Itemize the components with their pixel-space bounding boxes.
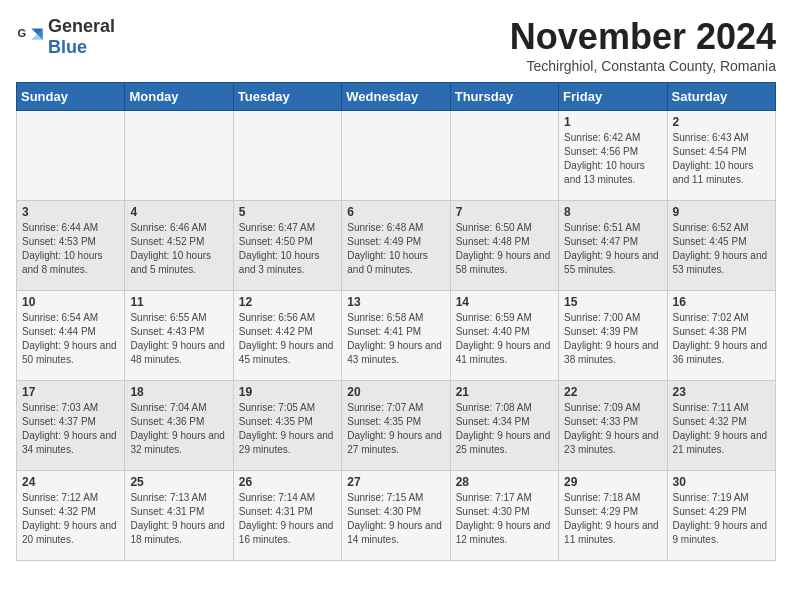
- logo-general: General: [48, 16, 115, 36]
- day-info: Sunrise: 6:42 AM Sunset: 4:56 PM Dayligh…: [564, 131, 661, 187]
- day-info: Sunrise: 7:07 AM Sunset: 4:35 PM Dayligh…: [347, 401, 444, 457]
- day-number: 13: [347, 295, 444, 309]
- day-info: Sunrise: 7:09 AM Sunset: 4:33 PM Dayligh…: [564, 401, 661, 457]
- day-header-tuesday: Tuesday: [233, 83, 341, 111]
- calendar-cell: 11Sunrise: 6:55 AM Sunset: 4:43 PM Dayli…: [125, 291, 233, 381]
- calendar-week-row: 24Sunrise: 7:12 AM Sunset: 4:32 PM Dayli…: [17, 471, 776, 561]
- calendar-cell: 27Sunrise: 7:15 AM Sunset: 4:30 PM Dayli…: [342, 471, 450, 561]
- calendar-cell: 13Sunrise: 6:58 AM Sunset: 4:41 PM Dayli…: [342, 291, 450, 381]
- calendar-cell: 19Sunrise: 7:05 AM Sunset: 4:35 PM Dayli…: [233, 381, 341, 471]
- day-number: 5: [239, 205, 336, 219]
- calendar-cell: 22Sunrise: 7:09 AM Sunset: 4:33 PM Dayli…: [559, 381, 667, 471]
- calendar-cell: 15Sunrise: 7:00 AM Sunset: 4:39 PM Dayli…: [559, 291, 667, 381]
- day-number: 22: [564, 385, 661, 399]
- calendar-cell: 7Sunrise: 6:50 AM Sunset: 4:48 PM Daylig…: [450, 201, 558, 291]
- day-info: Sunrise: 6:58 AM Sunset: 4:41 PM Dayligh…: [347, 311, 444, 367]
- calendar-cell: 6Sunrise: 6:48 AM Sunset: 4:49 PM Daylig…: [342, 201, 450, 291]
- logo-blue: Blue: [48, 37, 87, 57]
- calendar-cell: 10Sunrise: 6:54 AM Sunset: 4:44 PM Dayli…: [17, 291, 125, 381]
- calendar-cell: 29Sunrise: 7:18 AM Sunset: 4:29 PM Dayli…: [559, 471, 667, 561]
- day-number: 19: [239, 385, 336, 399]
- calendar-table: SundayMondayTuesdayWednesdayThursdayFrid…: [16, 82, 776, 561]
- calendar-cell: 8Sunrise: 6:51 AM Sunset: 4:47 PM Daylig…: [559, 201, 667, 291]
- day-header-thursday: Thursday: [450, 83, 558, 111]
- day-number: 12: [239, 295, 336, 309]
- day-info: Sunrise: 7:13 AM Sunset: 4:31 PM Dayligh…: [130, 491, 227, 547]
- logo-icon: G: [16, 23, 44, 51]
- day-info: Sunrise: 6:59 AM Sunset: 4:40 PM Dayligh…: [456, 311, 553, 367]
- calendar-cell: 30Sunrise: 7:19 AM Sunset: 4:29 PM Dayli…: [667, 471, 775, 561]
- day-number: 15: [564, 295, 661, 309]
- day-number: 29: [564, 475, 661, 489]
- day-info: Sunrise: 7:18 AM Sunset: 4:29 PM Dayligh…: [564, 491, 661, 547]
- day-number: 4: [130, 205, 227, 219]
- day-info: Sunrise: 6:54 AM Sunset: 4:44 PM Dayligh…: [22, 311, 119, 367]
- main-title: November 2024: [510, 16, 776, 58]
- calendar-cell: 20Sunrise: 7:07 AM Sunset: 4:35 PM Dayli…: [342, 381, 450, 471]
- day-info: Sunrise: 6:48 AM Sunset: 4:49 PM Dayligh…: [347, 221, 444, 277]
- day-number: 24: [22, 475, 119, 489]
- calendar-cell: 16Sunrise: 7:02 AM Sunset: 4:38 PM Dayli…: [667, 291, 775, 381]
- day-number: 1: [564, 115, 661, 129]
- day-number: 20: [347, 385, 444, 399]
- day-header-monday: Monday: [125, 83, 233, 111]
- calendar-cell: 25Sunrise: 7:13 AM Sunset: 4:31 PM Dayli…: [125, 471, 233, 561]
- day-number: 11: [130, 295, 227, 309]
- title-area: November 2024 Techirghiol, Constanta Cou…: [510, 16, 776, 74]
- day-number: 25: [130, 475, 227, 489]
- calendar-cell: 28Sunrise: 7:17 AM Sunset: 4:30 PM Dayli…: [450, 471, 558, 561]
- calendar-cell: 9Sunrise: 6:52 AM Sunset: 4:45 PM Daylig…: [667, 201, 775, 291]
- day-info: Sunrise: 6:51 AM Sunset: 4:47 PM Dayligh…: [564, 221, 661, 277]
- calendar-cell: 21Sunrise: 7:08 AM Sunset: 4:34 PM Dayli…: [450, 381, 558, 471]
- day-header-wednesday: Wednesday: [342, 83, 450, 111]
- day-number: 16: [673, 295, 770, 309]
- day-number: 7: [456, 205, 553, 219]
- calendar-cell: 12Sunrise: 6:56 AM Sunset: 4:42 PM Dayli…: [233, 291, 341, 381]
- header: G General Blue November 2024 Techirghiol…: [16, 16, 776, 74]
- day-info: Sunrise: 7:11 AM Sunset: 4:32 PM Dayligh…: [673, 401, 770, 457]
- day-info: Sunrise: 7:19 AM Sunset: 4:29 PM Dayligh…: [673, 491, 770, 547]
- day-info: Sunrise: 6:52 AM Sunset: 4:45 PM Dayligh…: [673, 221, 770, 277]
- day-number: 21: [456, 385, 553, 399]
- calendar-week-row: 3Sunrise: 6:44 AM Sunset: 4:53 PM Daylig…: [17, 201, 776, 291]
- calendar-week-row: 1Sunrise: 6:42 AM Sunset: 4:56 PM Daylig…: [17, 111, 776, 201]
- day-number: 23: [673, 385, 770, 399]
- calendar-cell: 4Sunrise: 6:46 AM Sunset: 4:52 PM Daylig…: [125, 201, 233, 291]
- calendar-cell: [233, 111, 341, 201]
- day-number: 17: [22, 385, 119, 399]
- day-header-saturday: Saturday: [667, 83, 775, 111]
- day-info: Sunrise: 7:03 AM Sunset: 4:37 PM Dayligh…: [22, 401, 119, 457]
- day-number: 9: [673, 205, 770, 219]
- calendar-cell: [450, 111, 558, 201]
- day-info: Sunrise: 6:43 AM Sunset: 4:54 PM Dayligh…: [673, 131, 770, 187]
- day-header-sunday: Sunday: [17, 83, 125, 111]
- subtitle: Techirghiol, Constanta County, Romania: [510, 58, 776, 74]
- day-number: 3: [22, 205, 119, 219]
- day-number: 18: [130, 385, 227, 399]
- calendar-cell: [342, 111, 450, 201]
- svg-text:G: G: [17, 27, 26, 39]
- day-number: 6: [347, 205, 444, 219]
- day-info: Sunrise: 6:50 AM Sunset: 4:48 PM Dayligh…: [456, 221, 553, 277]
- calendar-cell: 2Sunrise: 6:43 AM Sunset: 4:54 PM Daylig…: [667, 111, 775, 201]
- calendar-week-row: 10Sunrise: 6:54 AM Sunset: 4:44 PM Dayli…: [17, 291, 776, 381]
- day-info: Sunrise: 7:00 AM Sunset: 4:39 PM Dayligh…: [564, 311, 661, 367]
- day-info: Sunrise: 7:04 AM Sunset: 4:36 PM Dayligh…: [130, 401, 227, 457]
- day-info: Sunrise: 7:17 AM Sunset: 4:30 PM Dayligh…: [456, 491, 553, 547]
- logo: G General Blue: [16, 16, 115, 58]
- day-number: 28: [456, 475, 553, 489]
- calendar-cell: [125, 111, 233, 201]
- day-info: Sunrise: 7:14 AM Sunset: 4:31 PM Dayligh…: [239, 491, 336, 547]
- day-number: 27: [347, 475, 444, 489]
- day-info: Sunrise: 6:55 AM Sunset: 4:43 PM Dayligh…: [130, 311, 227, 367]
- day-header-friday: Friday: [559, 83, 667, 111]
- calendar-header-row: SundayMondayTuesdayWednesdayThursdayFrid…: [17, 83, 776, 111]
- day-info: Sunrise: 6:56 AM Sunset: 4:42 PM Dayligh…: [239, 311, 336, 367]
- day-number: 30: [673, 475, 770, 489]
- day-number: 2: [673, 115, 770, 129]
- calendar-cell: 5Sunrise: 6:47 AM Sunset: 4:50 PM Daylig…: [233, 201, 341, 291]
- day-info: Sunrise: 6:47 AM Sunset: 4:50 PM Dayligh…: [239, 221, 336, 277]
- calendar-cell: 3Sunrise: 6:44 AM Sunset: 4:53 PM Daylig…: [17, 201, 125, 291]
- day-info: Sunrise: 7:05 AM Sunset: 4:35 PM Dayligh…: [239, 401, 336, 457]
- day-number: 8: [564, 205, 661, 219]
